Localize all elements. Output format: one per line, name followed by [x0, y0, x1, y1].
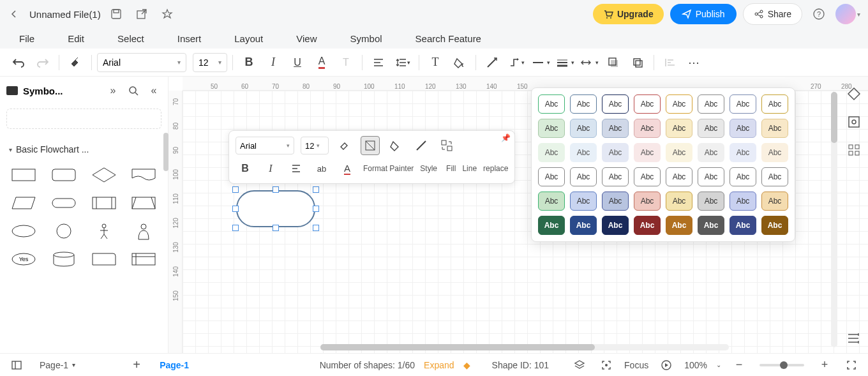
float-format-painter[interactable]	[335, 136, 354, 155]
style-swatch[interactable]: Abc	[538, 143, 565, 162]
layer-button[interactable]	[627, 52, 648, 73]
style-swatch[interactable]: Abc	[570, 143, 597, 162]
style-swatch[interactable]: Abc	[602, 143, 629, 162]
shape-parallelogram[interactable]	[6, 192, 41, 214]
style-swatch[interactable]: Abc	[698, 192, 724, 211]
shadow-button[interactable]	[602, 52, 624, 73]
menu-search[interactable]: Search Feature	[415, 33, 481, 44]
publish-button[interactable]: Publish	[670, 4, 737, 24]
font-size-select[interactable]: 12▾	[193, 53, 227, 72]
zoom-dropdown-icon[interactable]: ⌄	[716, 361, 721, 368]
style-swatch[interactable]: Abc	[538, 119, 565, 138]
font-select[interactable]: Arial▾	[97, 53, 186, 72]
resize-handle-w[interactable]	[232, 206, 239, 212]
font-color-button[interactable]: A	[311, 52, 333, 73]
arrow-style-button[interactable]: ▾	[578, 52, 600, 73]
collapse-sidebar-icon[interactable]: «	[146, 83, 161, 98]
back-button[interactable]	[8, 8, 20, 20]
float-fill[interactable]	[386, 136, 405, 155]
style-swatch[interactable]: Abc	[570, 119, 597, 138]
style-swatch[interactable]: Abc	[698, 94, 724, 114]
style-swatch[interactable]: Abc	[730, 119, 756, 138]
style-swatch[interactable]: Abc	[634, 216, 661, 235]
shape-card[interactable]	[87, 248, 121, 271]
style-swatch[interactable]: Abc	[698, 119, 724, 138]
star-icon[interactable]	[157, 4, 177, 24]
shape-stored-data[interactable]	[126, 192, 161, 214]
float-align[interactable]	[287, 159, 306, 178]
float-italic[interactable]: I	[261, 159, 280, 178]
style-swatch[interactable]: Abc	[761, 167, 788, 186]
style-swatch[interactable]: Abc	[666, 143, 692, 162]
resize-handle-se[interactable]	[313, 225, 319, 231]
vertical-scrollbar[interactable]	[831, 92, 837, 347]
shape-rounded-rect[interactable]	[47, 163, 81, 186]
underline-button[interactable]: U	[287, 52, 308, 73]
focus-icon[interactable]	[597, 356, 615, 374]
style-swatch[interactable]: Abc	[570, 192, 597, 211]
shape-actor2[interactable]	[126, 220, 161, 243]
menu-select[interactable]: Select	[117, 33, 144, 44]
shape-terminator[interactable]	[47, 192, 81, 214]
italic-button[interactable]: I	[262, 52, 284, 73]
style-swatch[interactable]: Abc	[761, 143, 788, 162]
style-swatch[interactable]: Abc	[634, 94, 661, 114]
shape-diamond[interactable]	[87, 163, 121, 186]
shape-predefined[interactable]	[87, 192, 121, 214]
page-select[interactable]: Page-1▾	[34, 360, 80, 370]
undo-button[interactable]	[8, 52, 29, 73]
shape-yes-oval[interactable]: Yes	[6, 248, 41, 271]
more-button[interactable]: ⋯	[684, 52, 705, 73]
float-strike[interactable]: ab	[312, 159, 331, 178]
bold-button[interactable]: B	[238, 52, 260, 73]
save-icon[interactable]	[106, 4, 126, 24]
line-style-button[interactable]: ▾	[530, 52, 551, 73]
resize-handle-sw[interactable]	[232, 225, 239, 231]
list-icon[interactable]	[845, 330, 862, 347]
shape-actor[interactable]	[87, 220, 121, 243]
style-swatch[interactable]: Abc	[666, 94, 692, 114]
float-font-select[interactable]: Arial▾	[236, 137, 294, 154]
shape-cylinder[interactable]	[47, 248, 81, 271]
style-swatch[interactable]: Abc	[538, 216, 565, 235]
presentation-icon[interactable]	[657, 356, 675, 374]
avatar-dropdown-icon[interactable]: ▾	[857, 11, 860, 18]
menu-insert[interactable]: Insert	[177, 33, 202, 44]
style-swatch[interactable]: Abc	[570, 216, 597, 235]
format-painter-button[interactable]	[64, 52, 86, 73]
line-tool-button[interactable]	[481, 52, 503, 73]
float-replace[interactable]	[437, 136, 456, 155]
style-swatch[interactable]: Abc	[634, 167, 661, 186]
menu-file[interactable]: File	[19, 33, 34, 44]
style-swatch[interactable]: Abc	[698, 167, 724, 186]
zoom-out-button[interactable]: −	[730, 356, 748, 374]
style-swatch[interactable]: Abc	[538, 94, 565, 114]
shape-circle[interactable]	[47, 220, 81, 243]
shape-ellipse[interactable]	[6, 220, 41, 243]
menu-edit[interactable]: Edit	[68, 33, 84, 44]
line-weight-button[interactable]: ▾	[554, 52, 576, 73]
resize-handle-ne[interactable]	[313, 186, 319, 193]
open-external-icon[interactable]	[131, 4, 152, 24]
zoom-value[interactable]: 100%	[684, 360, 707, 370]
user-avatar[interactable]	[835, 4, 856, 24]
style-swatch[interactable]: Abc	[634, 192, 661, 211]
style-swatch[interactable]: Abc	[761, 192, 788, 211]
theme-icon[interactable]	[846, 86, 862, 102]
align-objects-button[interactable]	[659, 52, 681, 73]
menu-layout[interactable]: Layout	[234, 33, 263, 44]
sidebar-scrollbar[interactable]	[163, 133, 168, 171]
style-swatch[interactable]: Abc	[730, 192, 756, 211]
style-swatch[interactable]: Abc	[570, 167, 597, 186]
connector-button[interactable]: ▾	[505, 52, 527, 73]
style-swatch[interactable]: Abc	[761, 216, 788, 235]
pin-icon[interactable]: 📌	[501, 133, 511, 142]
style-swatch[interactable]: Abc	[730, 143, 756, 162]
float-bold[interactable]: B	[236, 159, 255, 178]
style-swatch[interactable]: Abc	[666, 119, 692, 138]
style-swatch[interactable]: Abc	[730, 94, 756, 114]
style-swatch[interactable]: Abc	[666, 216, 692, 235]
settings-icon[interactable]	[846, 114, 862, 130]
style-swatch[interactable]: Abc	[666, 167, 692, 186]
resize-handle-s[interactable]	[273, 225, 279, 231]
